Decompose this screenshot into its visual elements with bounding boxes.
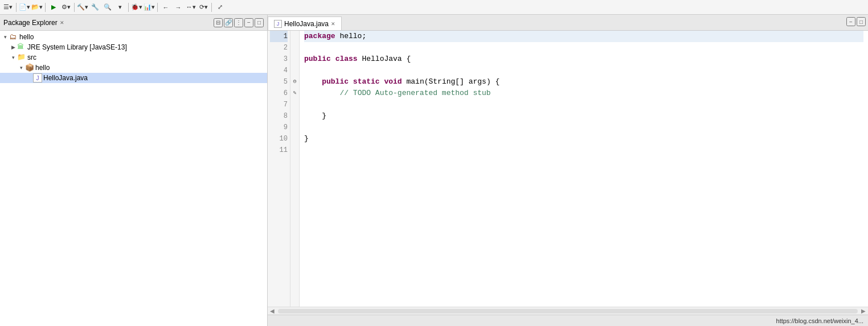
gutter-5[interactable]: ⊖ bbox=[290, 76, 299, 88]
code-line-2 bbox=[304, 42, 863, 53]
src-folder-icon: 📁 bbox=[17, 53, 26, 62]
toolbar-btn-clean[interactable]: 🔧 bbox=[89, 2, 101, 13]
editor-panel: J HelloJava.java ✕ − □ 1 2 3 4 5 6 7 8 bbox=[268, 15, 868, 326]
code-line-10: } bbox=[304, 133, 863, 145]
line-num-5: 5 bbox=[270, 76, 288, 88]
panel-title-area: Package Explorer ✕ bbox=[3, 19, 64, 27]
code-line-7 bbox=[304, 99, 863, 110]
jre-label: JRE System Library [JavaSE-13] bbox=[27, 43, 127, 51]
tree-item-hello-java[interactable]: ▶ J HelloJava.java bbox=[0, 73, 267, 83]
toolbar-btn-run2[interactable]: ⚙▾ bbox=[60, 2, 72, 13]
code-editor[interactable]: 1 2 3 4 5 6 7 8 9 10 11 ⊖ ✎ bbox=[268, 31, 868, 307]
tree-item-hello-package[interactable]: ▾ 📦 hello bbox=[0, 63, 267, 73]
line-num-1: 1 bbox=[270, 31, 288, 42]
hello-java-label: HelloJava.java bbox=[43, 74, 88, 82]
status-text: https://blog.csdn.net/weixin_4... bbox=[776, 317, 863, 324]
hello-project-label: hello bbox=[19, 33, 34, 41]
tree-item-hello-project[interactable]: ▾ 🗂 hello bbox=[0, 32, 267, 42]
panel-title: Package Explorer bbox=[3, 19, 58, 27]
code-line-1: package hello; bbox=[304, 31, 863, 42]
tree-item-src[interactable]: ▾ 📁 src bbox=[0, 52, 267, 63]
main-layout: Package Explorer ✕ ⊟ 🔗 ⋮ − □ ▾ 🗂 hello ▶… bbox=[0, 15, 868, 326]
editor-tab-controls: − □ bbox=[846, 17, 866, 26]
line-num-8: 8 bbox=[270, 110, 288, 122]
line-numbers: 1 2 3 4 5 6 7 8 9 10 11 bbox=[268, 31, 290, 307]
toolbar-sep-4 bbox=[128, 3, 129, 12]
gutter-9 bbox=[290, 122, 299, 133]
code-line-6: // TODO Auto-generated method stub bbox=[304, 88, 863, 99]
code-line-3: public class HelloJava { bbox=[304, 53, 863, 65]
panel-toolbar: ⊟ 🔗 ⋮ − □ bbox=[214, 18, 264, 27]
collapse-all-button[interactable]: ⊟ bbox=[214, 18, 223, 27]
project-icon: 🗂 bbox=[9, 32, 18, 42]
code-line-11 bbox=[304, 145, 863, 156]
line-num-7: 7 bbox=[270, 99, 288, 110]
tab-close-icon[interactable]: ✕ bbox=[331, 21, 335, 27]
toolbar-btn-run[interactable]: ▶ bbox=[48, 2, 59, 13]
line-num-4: 4 bbox=[270, 65, 288, 76]
code-gutter: ⊖ ✎ bbox=[290, 31, 300, 307]
package-explorer-tree: ▾ 🗂 hello ▶ 🏛 JRE System Library [JavaSE… bbox=[0, 31, 267, 326]
code-line-4 bbox=[304, 65, 863, 76]
java-file-icon: J bbox=[33, 73, 42, 82]
toolbar-sep-2 bbox=[45, 3, 46, 12]
toolbar-btn-debug[interactable]: 🐞▾ bbox=[131, 2, 142, 13]
toolbar-btn-nav3[interactable]: ↔▾ bbox=[185, 2, 196, 13]
line-num-10: 10 bbox=[270, 133, 288, 145]
toolbar-btn-nav-back[interactable]: ← bbox=[160, 2, 171, 13]
status-bar: https://blog.csdn.net/weixin_4... bbox=[268, 315, 868, 326]
toolbar-btn-open[interactable]: 📂▾ bbox=[31, 2, 43, 13]
toolbar-btn-nav-fwd[interactable]: → bbox=[173, 2, 184, 13]
toolbar-sep-1 bbox=[16, 3, 17, 12]
hello-java-tab[interactable]: J HelloJava.java ✕ bbox=[268, 16, 342, 30]
main-toolbar: ☰▾ 📄▾ 📂▾ ▶ ⚙▾ 🔨▾ 🔧 🔍 ▾ 🐞▾ 📊▾ ← → ↔▾ ⟳▾ ⤢ bbox=[0, 0, 868, 15]
editor-tab-bar: J HelloJava.java ✕ − □ bbox=[268, 15, 868, 31]
toolbar-sep-5 bbox=[157, 3, 158, 12]
code-content[interactable]: package hello; public class HelloJava { … bbox=[300, 31, 868, 307]
gutter-1 bbox=[290, 31, 299, 42]
tree-item-jre[interactable]: ▶ 🏛 JRE System Library [JavaSE-13] bbox=[0, 42, 267, 52]
editor-minimize-button[interactable]: − bbox=[846, 17, 855, 26]
gutter-7 bbox=[290, 99, 299, 110]
toolbar-btn-profile[interactable]: 📊▾ bbox=[144, 2, 155, 13]
minimize-button[interactable]: − bbox=[244, 18, 253, 27]
tab-java-icon: J bbox=[274, 20, 282, 28]
maximize-button[interactable]: □ bbox=[255, 18, 264, 27]
panel-header: Package Explorer ✕ ⊟ 🔗 ⋮ − □ bbox=[0, 15, 267, 31]
toolbar-sep-6 bbox=[211, 3, 212, 12]
gutter-10 bbox=[290, 133, 299, 145]
panel-menu-button[interactable]: ⋮ bbox=[234, 18, 243, 27]
panel-close-icon[interactable]: ✕ bbox=[60, 20, 64, 26]
package-explorer-panel: Package Explorer ✕ ⊟ 🔗 ⋮ − □ ▾ 🗂 hello ▶… bbox=[0, 15, 268, 326]
gutter-8 bbox=[290, 110, 299, 122]
toolbar-btn-nav4[interactable]: ⟳▾ bbox=[198, 2, 209, 13]
gutter-3 bbox=[290, 53, 299, 65]
line-num-3: 3 bbox=[270, 53, 288, 65]
expand-jre-arrow[interactable]: ▶ bbox=[9, 44, 17, 50]
toolbar-sep-3 bbox=[74, 3, 75, 12]
editor-maximize-button[interactable]: □ bbox=[857, 17, 866, 26]
editor-scrollbar[interactable]: ◀ ▶ bbox=[268, 307, 868, 315]
gutter-11 bbox=[290, 145, 299, 156]
code-line-8: } bbox=[304, 110, 863, 122]
expand-src-arrow[interactable]: ▾ bbox=[9, 55, 17, 60]
package-icon: 📦 bbox=[25, 63, 34, 72]
toolbar-btn-build[interactable]: 🔨▾ bbox=[77, 2, 88, 13]
line-num-11: 11 bbox=[270, 145, 288, 156]
code-line-5: public static void main(String[] args) { bbox=[304, 76, 863, 88]
link-editor-button[interactable]: 🔗 bbox=[224, 18, 233, 27]
gutter-6: ✎ bbox=[290, 88, 299, 99]
toolbar-btn-new[interactable]: 📄▾ bbox=[19, 2, 30, 13]
src-label: src bbox=[27, 53, 36, 61]
toolbar-btn-1[interactable]: ☰▾ bbox=[2, 2, 14, 13]
jre-icon: 🏛 bbox=[17, 43, 26, 52]
line-num-9: 9 bbox=[270, 122, 288, 133]
toolbar-btn-perspective[interactable]: ⤢ bbox=[214, 2, 226, 13]
hello-package-label: hello bbox=[35, 64, 50, 72]
expand-package-arrow[interactable]: ▾ bbox=[17, 65, 25, 71]
line-num-2: 2 bbox=[270, 42, 288, 53]
expand-hello-arrow[interactable]: ▾ bbox=[1, 34, 9, 40]
tab-label: HelloJava.java bbox=[284, 20, 329, 28]
toolbar-btn-search[interactable]: 🔍 bbox=[102, 2, 113, 13]
toolbar-btn-more1[interactable]: ▾ bbox=[114, 2, 126, 13]
